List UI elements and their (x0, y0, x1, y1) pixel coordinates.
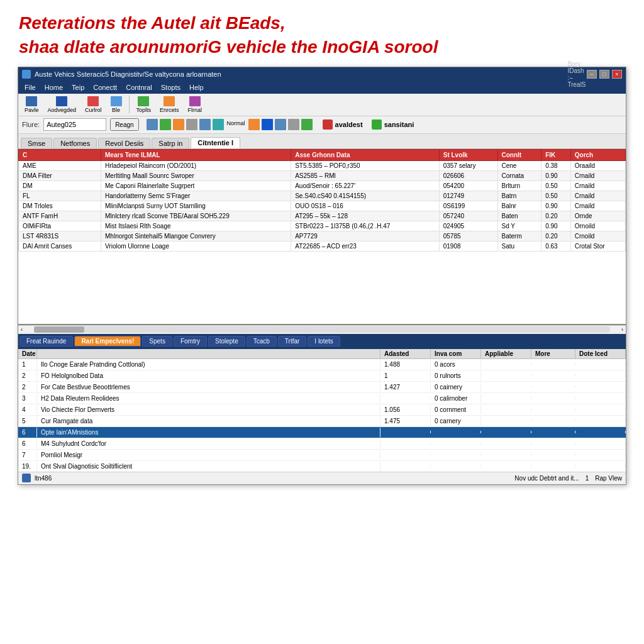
toolbar-entries-label: Enrcets (160, 107, 179, 113)
table-row[interactable]: DM TrlolesMliniMclanpsti Surny UOT Starn… (19, 201, 626, 211)
table-row[interactable]: DMMe Caponi Rlainerlalte SugrpertAuod/Se… (19, 180, 626, 191)
tab-citntentie[interactable]: Citntentie I (191, 137, 240, 148)
table-cell: Crnaild (570, 191, 625, 201)
menu-home[interactable]: Home (41, 83, 67, 92)
table-row[interactable]: AMEHrladepeiol Rlaincorn (OD/2001)ST5.53… (19, 160, 626, 170)
toolbar-pavle[interactable]: Pavle (21, 94, 43, 115)
address-input[interactable] (43, 118, 106, 131)
h-scroll-thumb[interactable] (34, 326, 84, 333)
list-cell-applicable (481, 442, 531, 445)
table-row[interactable]: LST 4R831SMhlnorgot Sintehail5 Mlangoe C… (19, 231, 626, 241)
list-item[interactable]: 6Opte Iain'AMnistions (18, 427, 626, 438)
list-item[interactable]: 4Vio Chiecte Flor Dernverts1.0560 cornme… (18, 404, 626, 416)
btab-stolepte[interactable]: Stolepte (208, 336, 245, 347)
table-row[interactable]: OlMiFIRtaMist Itslaesi Rlth SoageSTBr022… (19, 221, 626, 231)
menu-stopts[interactable]: Stopts (157, 83, 184, 92)
maximize-button[interactable]: □ (599, 70, 609, 79)
menu-teip[interactable]: Teip (68, 83, 88, 92)
table-row[interactable]: DAl Amrit CansesVriolom Ulornne LoageAT2… (19, 241, 626, 251)
table-cell: DAl Amrit Canses (19, 241, 101, 251)
t2-icon-7[interactable] (248, 119, 260, 130)
list-item[interactable]: 3H2 Data Rleutern Reolidees0 calirnober (18, 393, 626, 404)
scroll-left-btn[interactable]: ‹ (18, 326, 25, 333)
t2-icon-8[interactable] (262, 119, 273, 130)
logo-sansitani[interactable]: sansitani (372, 119, 414, 130)
menu-bar: File Home Teip Conectt Contnral Stopts H… (18, 81, 626, 94)
list-cell-more (531, 374, 575, 377)
table-cell: 0.90 (541, 170, 571, 180)
list-cell-desc: Ilo Cnoge Earale Pratnding Cottlonal) (37, 360, 380, 369)
table-cell: LST 4R831S (19, 231, 101, 241)
btab-rarl[interactable]: Rarl Empeclvens! (74, 336, 141, 347)
t2-icon-1[interactable] (147, 119, 158, 130)
btab-tcacb[interactable]: Tcacb (247, 336, 277, 347)
h-scroll-area[interactable]: ‹ › (18, 325, 626, 334)
btab-fomtry[interactable]: Fomtry (174, 336, 207, 347)
list-item[interactable]: 19.Ont Slval Diagnotisic Soiltifliclent (18, 461, 626, 472)
list-cell-more (531, 442, 575, 445)
minimize-button[interactable]: – (587, 70, 597, 79)
list-item[interactable]: 2For Cate Bestlvue Beoottrlemes1.4270 ca… (18, 382, 626, 393)
toolbar-curlrol[interactable]: Curlrol (81, 94, 106, 115)
list-cell-invoice (431, 431, 481, 433)
t2-icon-4[interactable] (186, 119, 197, 130)
table-cell: MliniMclanpsti Surny UOT Starnlling (101, 201, 291, 211)
table-row[interactable]: DMA FilterMerltitlng Maall Sounrc Swrope… (19, 170, 626, 180)
table-cell: Balnr (497, 201, 541, 211)
tab-smse[interactable]: Smse (21, 138, 52, 148)
logo-avaldest[interactable]: avaldest (323, 119, 363, 130)
list-item[interactable]: 5Cur Rarngate data1.4750 carnery (18, 416, 626, 427)
table-cell: Hrladepeiol Rlaincorn (OD/2001) (101, 160, 291, 170)
toolbar-final-label: Flrnal (188, 107, 203, 113)
tab-netfomes[interactable]: Netfomes (53, 138, 97, 148)
toolbar-pavle-label: Pavle (25, 107, 39, 113)
list-cell-date-iced (575, 397, 626, 399)
menu-contnral[interactable]: Contnral (122, 83, 156, 92)
table-row[interactable]: ANTF FamHMlnlctery rlcatl Sconve TBE/Aar… (19, 211, 626, 221)
t2-icon-3[interactable] (173, 119, 184, 130)
scroll-right-btn[interactable]: › (619, 326, 626, 333)
list-cell-invoice: 0 acors (431, 360, 481, 369)
t2-icon-11[interactable] (301, 119, 313, 130)
table-cell: Handorlatterny Sernc S'Frager (101, 191, 291, 201)
btab-spets[interactable]: Spets (142, 336, 172, 347)
btab-freat[interactable]: Freat Rauinde (19, 336, 73, 347)
t2-icon-6[interactable] (213, 119, 224, 130)
blh-desc (37, 349, 380, 358)
menu-file[interactable]: File (21, 83, 40, 92)
list-item[interactable]: 2FO Helolgnolbed Data10 rulnorts (18, 370, 626, 382)
blh-applicable: Appliable (481, 349, 531, 358)
menu-conectt[interactable]: Conectt (89, 83, 121, 92)
list-item[interactable]: 6M4 Suhyludnt Cordc'for (18, 438, 626, 450)
t2-icon-2[interactable] (160, 119, 171, 130)
list-cell-invoice: 0 rulnorts (431, 371, 481, 380)
btab-trtfar[interactable]: Trtfar (278, 336, 307, 347)
table-row[interactable]: FLHandorlatterny Sernc S'FragerSe.S40.cS… (19, 191, 626, 201)
list-cell-desc: Ont Slval Diagnotisic Soiltifliclent (37, 462, 380, 471)
btab-ilotets[interactable]: I lotets (308, 336, 340, 347)
reagn-button[interactable]: Reagn (110, 118, 138, 131)
tab-revol[interactable]: Revol Desiis (98, 138, 150, 148)
toolbar-toplts[interactable]: Toplts (133, 94, 155, 115)
close-button[interactable]: × (612, 70, 622, 79)
t2-icon-9[interactable] (275, 119, 286, 130)
window-controls: – □ × (587, 70, 622, 79)
list-cell-more (531, 465, 575, 467)
bottom-list-area: Date Adasted Inva com Appliable More Dot… (18, 349, 626, 472)
list-cell-more (531, 408, 575, 411)
table-cell: DMA Filter (19, 170, 101, 180)
t2-icon-5[interactable] (199, 119, 211, 130)
menu-help[interactable]: Help (186, 83, 208, 92)
list-item[interactable]: 1Ilo Cnoge Earale Pratnding Cottlonal)1.… (18, 359, 626, 370)
toolbar-flrnal[interactable]: Flrnal (184, 94, 206, 115)
t2-icon-10[interactable] (288, 119, 299, 130)
h-scroll-bar[interactable] (34, 326, 610, 333)
list-item[interactable]: 7Pornliol Mesigr (18, 450, 626, 461)
table-cell: Mist Itslaesi Rlth Soage (101, 221, 291, 231)
list-cell-adjusted (380, 397, 431, 399)
toolbar-enrcets[interactable]: Enrcets (156, 94, 183, 115)
toolbar-aodvegded[interactable]: Aodvegded (44, 94, 80, 115)
tab-satrp[interactable]: Satrp in (152, 138, 189, 148)
list-cell-date: 7 (18, 450, 37, 460)
toolbar-ble[interactable]: Ble (107, 94, 126, 115)
